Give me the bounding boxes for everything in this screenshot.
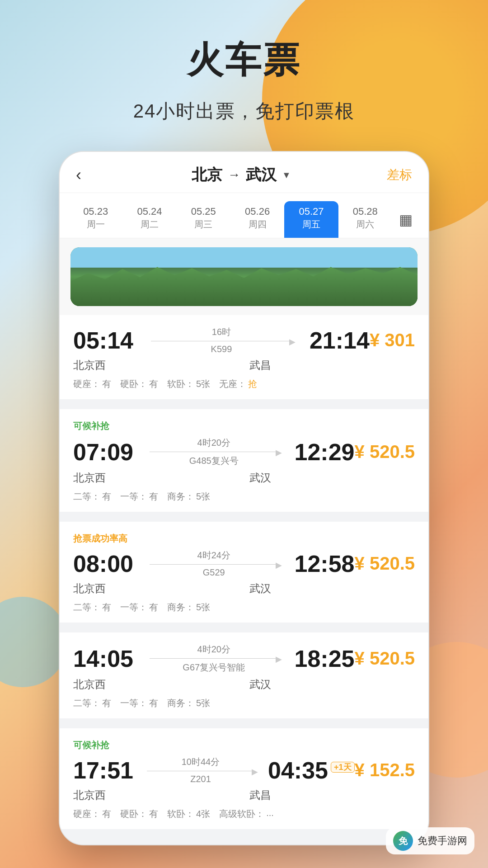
train-number: G67复兴号智能 [133,661,295,674]
seat-label: 高级软卧： [219,808,264,820]
depart-time: 08:00 [73,550,133,577]
date-tab-num: 05.25 [178,206,229,217]
train-tag: 抢票成功率高 [73,533,415,545]
seat-label: 商务： [167,601,194,613]
duration-text: 10时44分 [133,756,268,768]
date-tab-num: 05.28 [340,206,390,217]
train-card-4[interactable]: 14:05 4时20分 G67复兴号智能 18:25 ¥ 520.5 北京西 武… [60,632,428,718]
train-list: 05:14 16时 K599 21:14 ¥ 301 北京西 武昌 硬座： 有 … [60,315,428,844]
seat-value: 抢 [248,378,257,390]
depart-station: 北京西 [73,788,106,802]
duration-text: 4时20分 [133,643,295,656]
date-tab-tab-0528[interactable]: 05.28周六 [338,201,392,238]
train-seats-row: 二等： 有 一等： 有 商务： 5张 [73,491,415,503]
train-tag: 可候补抢 [73,739,415,751]
train-card-3[interactable]: 抢票成功率高 08:00 4时24分 G529 12:58 ¥ 520.5 北京… [60,522,428,623]
train-main-row: 17:51 10时44分 Z201 04:35+1天 ¥ 152.5 [73,756,415,784]
phone-mockup: ‹ 北京 → 武汉 ▼ 差标 05.23周一05.24周二05.25周三05.2… [59,151,429,845]
seat-item: 二等： 有 [73,697,111,709]
train-main-row: 07:09 4时20分 G485复兴号 12:29 ¥ 520.5 [73,437,415,467]
seat-value: 有 [102,491,111,503]
seat-item: 硬卧： 有 [120,378,158,390]
arrive-time: 21:14 [310,327,370,354]
seat-item: 硬座： 有 [73,808,111,820]
seat-label: 软卧： [167,378,194,390]
train-price: ¥ 520.5 [355,553,415,574]
train-tag: 可候补抢 [73,420,415,432]
watermark-text: 免费手游网 [418,834,467,848]
train-duration: 4时24分 G529 [133,549,295,578]
banner-image [70,247,418,306]
seat-value: 5张 [196,491,210,503]
seat-label: 商务： [167,491,194,503]
seat-item: 二等： 有 [73,491,111,503]
duration-text: 4时24分 [133,549,295,561]
seat-item: 软卧： 4张 [167,808,210,820]
seat-value: 有 [149,601,158,613]
train-price: ¥ 520.5 [355,442,415,462]
train-seats-row: 二等： 有 一等： 有 商务： 5张 [73,601,415,613]
date-tab-day: 周三 [178,218,229,231]
train-main-row: 08:00 4时24分 G529 12:58 ¥ 520.5 [73,549,415,578]
seat-value: ... [266,808,274,820]
seat-label: 二等： [73,601,100,613]
seat-value: 5张 [196,378,210,390]
train-price: ¥ 301 [370,330,415,350]
date-tab-num: 05.24 [124,206,174,217]
arrive-time: 12:58 [295,550,355,577]
seat-label: 二等： [73,697,100,709]
duration-line [147,771,254,771]
date-tab-tab-0526[interactable]: 05.26周四 [230,201,284,238]
train-duration: 4时20分 G67复兴号智能 [133,643,295,674]
seat-value: 有 [102,808,111,820]
seat-item: 无座： 抢 [219,378,257,390]
divider [60,725,428,728]
date-tab-tab-0523[interactable]: 05.23周一 [69,201,122,238]
arrive-time: 04:35+1天 [268,757,355,784]
filter-button[interactable]: 差标 [387,166,412,184]
date-tab-day: 周二 [124,218,174,231]
train-seats-row: 硬座： 有 硬卧： 有 软卧： 4张 高级软卧： ... [73,808,415,820]
depart-time: 07:09 [73,439,133,466]
seat-label: 商务： [167,697,194,709]
seat-value: 有 [102,697,111,709]
divider [60,518,428,522]
train-card-5[interactable]: 可候补抢 17:51 10时44分 Z201 04:35+1天 ¥ 152.5 … [60,728,428,829]
seat-item: 硬卧： 有 [120,808,158,820]
duration-line [150,452,278,452]
arrive-station: 武汉 [249,581,271,596]
train-card-2[interactable]: 可候补抢 07:09 4时20分 G485复兴号 12:29 ¥ 520.5 北… [60,409,428,512]
seat-item: 硬座： 有 [73,378,111,390]
next-day-badge: +1天 [331,762,355,773]
calendar-button[interactable]: ▦ [392,207,419,232]
duration-line [150,658,278,659]
seat-item: 商务： 5张 [167,697,210,709]
train-station-row: 北京西 武昌 [73,358,415,373]
seat-item: 商务： 5张 [167,601,210,613]
route-to: 武汉 [246,165,277,185]
divider [60,629,428,632]
date-tab-day: 周五 [286,218,336,231]
train-duration: 4时20分 G485复兴号 [133,437,295,467]
seat-value: 有 [149,378,158,390]
date-tab-tab-0524[interactable]: 05.24周二 [122,201,176,238]
route-dropdown-icon[interactable]: ▼ [282,170,291,180]
seat-label: 硬座： [73,378,100,390]
train-seats-row: 二等： 有 一等： 有 商务： 5张 [73,697,415,709]
route-title: 北京 → 武汉 ▼ [192,165,291,185]
train-main-row: 14:05 4时20分 G67复兴号智能 18:25 ¥ 520.5 [73,643,415,674]
date-tab-tab-0525[interactable]: 05.25周三 [177,201,230,238]
train-card-1[interactable]: 05:14 16时 K599 21:14 ¥ 301 北京西 武昌 硬座： 有 … [60,315,428,399]
seat-value: 有 [149,808,158,820]
depart-station: 北京西 [73,677,106,692]
seat-label: 一等： [120,491,147,503]
seat-value: 4张 [196,808,210,820]
arrive-station: 武汉 [249,677,271,692]
date-tab-tab-0527[interactable]: 05.27周五 [284,201,338,238]
seat-label: 二等： [73,491,100,503]
train-number: K599 [133,344,310,354]
train-station-row: 北京西 武汉 [73,471,415,485]
train-station-row: 北京西 武昌 [73,788,415,802]
back-button[interactable]: ‹ [76,165,96,184]
depart-station: 北京西 [73,581,106,596]
